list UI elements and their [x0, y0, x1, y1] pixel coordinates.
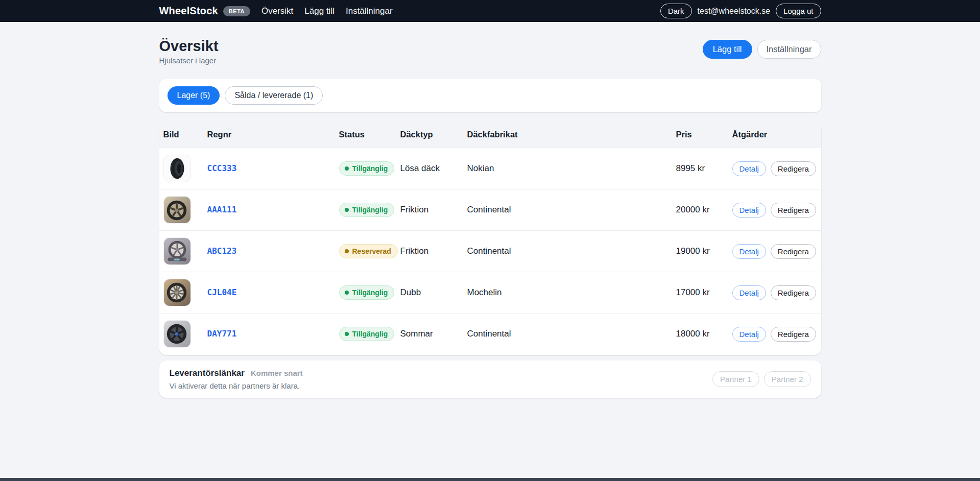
brand-logo: WheelStock — [159, 5, 218, 17]
tire-type-cell: Dubb — [400, 287, 467, 298]
detail-button[interactable]: Detalj — [732, 203, 766, 218]
beta-badge: BETA — [223, 6, 250, 16]
edit-button[interactable]: Redigera — [771, 285, 816, 300]
supplier-links-description: Vi aktiverar detta när partners är klara… — [170, 381, 303, 390]
edit-button[interactable]: Redigera — [771, 327, 816, 342]
detail-button[interactable]: Detalj — [732, 244, 766, 259]
price-cell: 8995 kr — [676, 163, 732, 174]
bottom-edge-bar — [0, 478, 980, 481]
page-header: Översikt Hjulsatser i lager Lägg till In… — [159, 38, 821, 65]
regnr-link[interactable]: DAY771 — [207, 329, 237, 339]
status-badge: Tillgänglig — [339, 327, 395, 341]
table-row: DAY771 Tillgänglig Sommar Continental 18… — [159, 313, 821, 354]
column-header-pris: Pris — [676, 130, 732, 139]
status-badge: Tillgänglig — [339, 203, 395, 217]
nav-item-installningar[interactable]: Inställningar — [346, 6, 393, 16]
table-row: ABC123 Reserverad Friktion Continental 1… — [159, 230, 821, 272]
column-header-dacktyp: Däcktyp — [400, 130, 467, 139]
regnr-link[interactable]: CJL04E — [207, 287, 237, 297]
tabs-card: Lager (5) Sålda / levererade (1) — [159, 79, 821, 112]
detail-button[interactable]: Detalj — [732, 327, 766, 342]
table-row: AAA111 Tillgänglig Friktion Continental … — [159, 189, 821, 230]
nav-item-lagg-till[interactable]: Lägg till — [304, 6, 334, 16]
navbar-links: Översikt Lägg till Inställningar — [261, 6, 393, 16]
settings-button[interactable]: Inställningar — [757, 40, 821, 59]
alloy-wheel-icon — [164, 196, 190, 224]
partner-2-button[interactable]: Partner 2 — [764, 371, 811, 387]
wheel-thumbnail-image — [163, 320, 191, 348]
tire-brand-cell: Continental — [467, 205, 676, 215]
status-dot-icon — [345, 166, 349, 171]
wheel-thumbnail-image — [163, 279, 191, 306]
tire-brand-cell: Nokian — [467, 163, 676, 174]
tire-brand-cell: Continental — [467, 246, 676, 256]
logout-button[interactable]: Logga ut — [776, 4, 821, 18]
wheel-thumbnail-image — [163, 155, 191, 182]
status-dot-icon — [345, 291, 349, 295]
column-header-atgarder: Åtgärder — [732, 130, 817, 139]
navbar: WheelStock BETA Översikt Lägg till Instä… — [0, 0, 980, 22]
edit-button[interactable]: Redigera — [771, 203, 816, 218]
tire-type-cell: Friktion — [400, 246, 467, 256]
table-header-row: Bild Regnr Status Däcktyp Däckfabrikat P… — [159, 121, 821, 148]
wheel-thumbnail-image — [163, 237, 191, 265]
supplier-links-title: Leverantörslänkar — [170, 368, 245, 378]
wheel-thumbnail-image — [163, 196, 191, 224]
price-cell: 20000 kr — [676, 205, 732, 215]
alloy-wheel-icon — [164, 237, 190, 265]
status-badge: Tillgänglig — [339, 285, 395, 300]
status-dot-icon — [345, 208, 349, 212]
add-button[interactable]: Lägg till — [703, 40, 752, 59]
regnr-link[interactable]: ABC123 — [207, 246, 237, 256]
status-badge: Tillgänglig — [339, 161, 395, 176]
nav-item-oversikt[interactable]: Översikt — [261, 6, 293, 16]
tire-brand-cell: Continental — [467, 329, 676, 339]
inventory-table: Bild Regnr Status Däcktyp Däckfabrikat P… — [159, 121, 821, 355]
tire-type-cell: Friktion — [400, 205, 467, 215]
supplier-links-panel: Leverantörslänkar Kommer snart Vi aktive… — [159, 360, 821, 398]
column-header-bild: Bild — [163, 130, 207, 139]
status-badge: Reserverad — [339, 244, 398, 258]
alloy-wheel-icon — [164, 279, 190, 306]
detail-button[interactable]: Detalj — [732, 285, 766, 300]
table-row: CCC333 Tillgänglig Lösa däck Nokian 8995… — [159, 148, 821, 189]
edit-button[interactable]: Redigera — [771, 244, 816, 259]
theme-toggle-button[interactable]: Dark — [660, 4, 692, 18]
price-cell: 18000 kr — [676, 329, 732, 339]
tire-type-cell: Sommar — [400, 329, 467, 339]
page-subtitle: Hjulsatser i lager — [159, 56, 219, 65]
alloy-wheel-icon — [164, 320, 190, 348]
regnr-link[interactable]: AAA111 — [207, 205, 237, 214]
tire-brand-cell: Mochelin — [467, 287, 676, 298]
column-header-regnr: Regnr — [207, 130, 339, 139]
page: WheelStock BETA Översikt Lägg till Instä… — [0, 0, 980, 481]
table-row: CJL04E Tillgänglig Dubb Mochelin 17000 k… — [159, 272, 821, 313]
detail-button[interactable]: Detalj — [732, 161, 766, 176]
status-dot-icon — [345, 249, 349, 253]
price-cell: 19000 kr — [676, 246, 732, 256]
column-header-status: Status — [339, 130, 400, 139]
page-title: Översikt — [159, 38, 219, 55]
tab-salda-levererade[interactable]: Sålda / levererade (1) — [225, 86, 323, 105]
partner-1-button[interactable]: Partner 1 — [712, 371, 759, 387]
user-email: test@wheelstock.se — [698, 7, 771, 16]
regnr-link[interactable]: CCC333 — [207, 163, 237, 173]
column-header-dackfabrikat: Däckfabrikat — [467, 130, 676, 139]
price-cell: 17000 kr — [676, 287, 732, 298]
tab-lager[interactable]: Lager (5) — [168, 86, 220, 105]
tire-icon — [164, 155, 190, 182]
status-dot-icon — [345, 332, 349, 336]
tire-type-cell: Lösa däck — [400, 163, 467, 174]
coming-soon-badge: Kommer snart — [251, 369, 303, 377]
edit-button[interactable]: Redigera — [771, 161, 816, 176]
